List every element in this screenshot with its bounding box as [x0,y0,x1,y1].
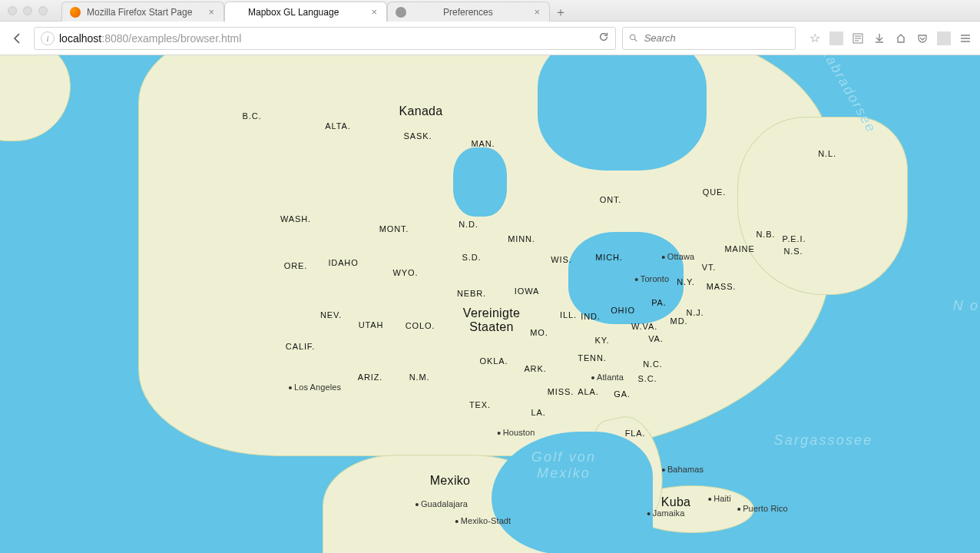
map-label: N.B. [757,230,776,239]
map-label: N.C. [643,359,663,369]
close-window-button[interactable] [8,6,17,15]
home-icon[interactable] [894,31,908,45]
map-label: ARK. [524,364,546,373]
map-label: B.C. [243,111,262,121]
map-label: MINN. [508,234,535,243]
tab-strip: Mozilla Firefox Start Page × Mapbox GL L… [61,0,568,22]
map-label: N.M. [409,373,430,382]
map-label: Mexiko-Stadt [455,516,512,525]
reader-view-icon[interactable] [851,31,865,45]
map-label: MONT. [379,224,409,233]
map-label: Toronto [635,274,669,283]
downloads-icon[interactable] [872,31,886,45]
reload-button[interactable] [598,31,609,45]
map-label: Staaten [469,320,513,334]
map-label: GA. [614,389,631,399]
map-label: ONT. [600,195,622,204]
map-label: MAN. [471,139,495,148]
map-label: VA. [648,334,664,343]
map-label: MICH. [595,253,623,262]
map-label: Houston [498,428,535,437]
tab-label: Preferences [443,7,493,18]
map-label: ARIZ. [358,373,383,382]
tab-mapbox-gl-language[interactable]: Mapbox GL Language × [224,2,387,22]
toolbar-right-icons: ☆ [808,31,972,45]
map-label: ALA. [578,387,598,396]
map-label: N.L. [818,149,836,158]
map-label: NEV. [320,310,342,320]
map-label: IDAHO [328,258,358,267]
map-label: Kanada [399,104,442,118]
map-label: TENN. [578,353,606,363]
close-tab-icon[interactable]: × [207,6,216,18]
close-tab-icon[interactable]: × [369,6,379,18]
map-label: OHIO [611,306,635,315]
map-label: Mexiko [537,465,591,482]
separator [829,31,843,45]
back-button[interactable] [8,28,28,48]
map-label: LA. [531,408,545,417]
map-label: Mexiko [430,474,471,488]
map-label: MO. [530,328,548,337]
map-label: Guadalajara [416,499,468,508]
map-label: MAINE [724,244,754,253]
map-label: CALIF. [286,342,315,351]
map-label: KY. [595,336,610,345]
bookmark-star-icon[interactable]: ☆ [808,31,822,45]
search-bar[interactable] [622,27,796,50]
svg-point-0 [630,35,635,40]
water-hudson-bay [538,55,707,171]
url-bar[interactable]: i localhost:8080/examples/browser.html [34,27,616,50]
map-label: ORE. [284,261,307,270]
map-label: WIS. [551,255,571,264]
map-label: S.D. [462,253,482,262]
hamburger-menu-icon[interactable] [958,31,972,45]
map-label: ALTA. [325,121,350,131]
map-label: Atlanta [591,373,624,382]
map-label: Bahamas [662,465,704,474]
magnifier-icon [629,33,638,43]
search-input[interactable] [643,31,789,45]
map-label: N o [953,298,980,314]
identity-icon[interactable]: i [41,31,55,45]
landmass [0,55,71,141]
map-label: MD. [670,316,688,326]
map-label: MISS. [548,387,574,396]
zoom-window-button[interactable] [38,6,48,15]
map-label: N.J. [686,308,704,317]
minimize-window-button[interactable] [23,6,32,15]
tab-firefox-start[interactable]: Mozilla Firefox Start Page × [61,2,224,22]
map-label: TEX. [469,400,491,409]
map-label: PA. [651,298,667,307]
map-label: UTAH [359,320,384,329]
map-label: QUE. [703,187,726,197]
map-label: MASS. [707,282,737,291]
traffic-lights [8,6,48,15]
navigation-toolbar: i localhost:8080/examples/browser.html ☆ [0,22,980,55]
map-label: Sargassosee [774,432,873,449]
map-label: Los Angeles [289,382,341,392]
separator [937,31,951,45]
map-label: Vereinigte [463,306,520,320]
tab-preferences[interactable]: Preferences × [387,2,550,22]
map-label: Ottawa [662,252,695,261]
close-tab-icon[interactable]: × [532,6,541,18]
map-label: Golf von [531,449,596,465]
map-label: OKLA. [480,356,508,366]
water-lake [453,147,507,217]
firefox-icon [70,7,81,18]
pocket-icon[interactable] [915,31,929,45]
map-label: Jamaika [647,508,685,518]
map-label: IND. [581,312,601,321]
arrow-left-icon [12,32,24,45]
map-label: W.VA. [631,322,657,331]
map-label: Puerto Rico [737,504,788,513]
map-label: SASK. [404,131,432,141]
map-label: FLA. [625,429,646,438]
map-label: N.D. [459,220,478,229]
map-viewport[interactable]: KanadaVereinigteStaatenMexikoKubaB.C.ALT… [0,55,980,553]
map-label: S.C. [638,374,657,383]
map-label: Kuba [661,495,691,509]
new-tab-button[interactable]: ＋ [553,5,568,20]
map-label: N.Y. [677,277,695,286]
